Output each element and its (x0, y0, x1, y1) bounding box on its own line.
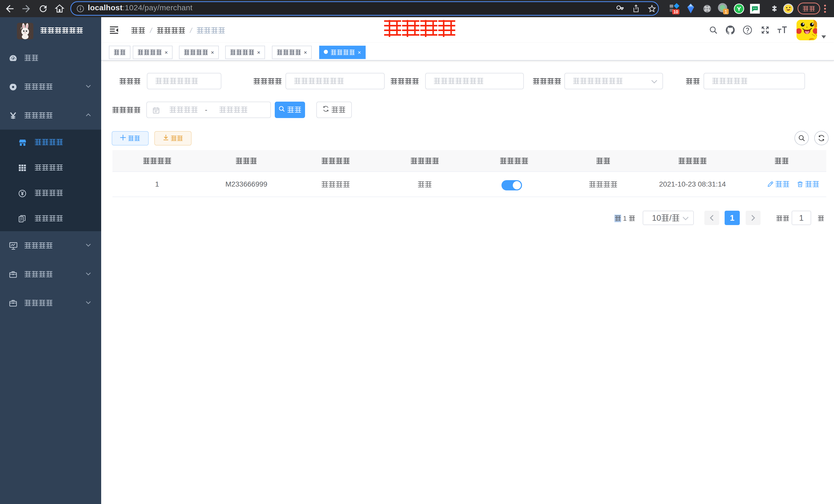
svg-text:1: 1 (725, 9, 727, 14)
svg-text:10: 10 (674, 10, 678, 14)
